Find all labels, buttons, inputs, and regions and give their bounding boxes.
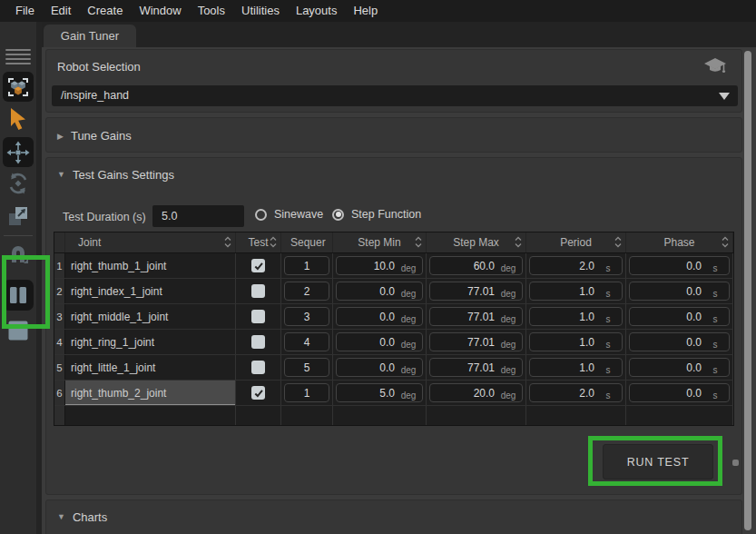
scale-tool-icon[interactable]: [0, 204, 36, 228]
step-min-field[interactable]: 0.0deg: [336, 358, 423, 377]
column-header-label: Joint: [78, 236, 101, 249]
step-max-field[interactable]: 20.0deg: [429, 383, 523, 402]
test-checkbox[interactable]: [251, 259, 265, 272]
menu-burger-icon[interactable]: [0, 49, 36, 64]
radio-sinewave[interactable]: Sinewave: [255, 208, 323, 221]
unit-label: deg: [495, 386, 522, 400]
tutorial-graduation-cap-icon[interactable]: [703, 56, 727, 80]
period-field[interactable]: 1.0s: [529, 332, 623, 351]
period-field[interactable]: 1.0s: [529, 307, 623, 326]
column-header-test[interactable]: Test: [236, 232, 281, 252]
column-header-step-min[interactable]: Step Min: [333, 232, 427, 252]
period-field[interactable]: 1.0s: [529, 358, 623, 377]
robot-dropdown-value: /inspire_hand: [61, 89, 129, 102]
unit-label: deg: [395, 310, 422, 324]
menu-item-file[interactable]: File: [7, 0, 43, 22]
pause-button-icon[interactable]: [0, 280, 36, 311]
step-min-field[interactable]: 0.0deg: [336, 282, 423, 301]
sort-arrows-icon: [224, 236, 231, 251]
column-header-step-max[interactable]: Step Max: [427, 232, 526, 252]
sequence-field[interactable]: 3: [284, 307, 329, 326]
menu-item-window[interactable]: Window: [131, 0, 189, 22]
column-header-label: Step Max: [453, 236, 499, 249]
step-min-field[interactable]: 5.0deg: [336, 383, 423, 402]
menu-item-edit[interactable]: Edit: [43, 0, 79, 22]
phase-field[interactable]: 0.0s: [629, 282, 730, 301]
sort-arrows-icon: [270, 236, 277, 251]
column-header-sequer[interactable]: Sequer: [281, 232, 333, 252]
unit-label: deg: [395, 259, 422, 273]
menu-item-create[interactable]: Create: [79, 0, 131, 22]
phase-field[interactable]: 0.0s: [629, 307, 730, 326]
test-checkbox[interactable]: [251, 284, 265, 298]
step-min-cell: 10.0deg: [333, 253, 427, 278]
joint-name-cell[interactable]: right_thumb_1_joint: [65, 253, 236, 278]
period-field[interactable]: 1.0s: [529, 282, 623, 301]
unit-label: deg: [495, 335, 522, 350]
table-empty-row: [54, 406, 733, 425]
charts-header[interactable]: ▼ Charts: [46, 500, 741, 533]
step-min-field[interactable]: 10.0deg: [336, 256, 423, 275]
test-checkbox[interactable]: [251, 361, 265, 374]
vertical-scrollbar[interactable]: [744, 51, 751, 530]
cursor-select-icon[interactable]: [0, 106, 36, 133]
test-gains-header[interactable]: ▼ Test Gains Settings: [46, 158, 741, 191]
column-header-period[interactable]: Period: [526, 232, 626, 252]
radio-step-function[interactable]: Step Function: [332, 208, 421, 221]
step-min-field[interactable]: 0.0deg: [336, 332, 423, 351]
joint-name-cell[interactable]: right_ring_1_joint: [65, 330, 236, 354]
step-max-field[interactable]: 77.01deg: [429, 358, 523, 377]
test-checkbox[interactable]: [251, 310, 265, 323]
tab-gain-tuner[interactable]: Gain Tuner: [44, 25, 136, 47]
phase-field[interactable]: 0.0s: [629, 383, 730, 402]
test-duration-input[interactable]: 5.0: [152, 205, 244, 227]
step-max-field[interactable]: 77.01deg: [429, 307, 523, 326]
move-tool-icon[interactable]: [0, 137, 36, 167]
step-min-value: 0.0: [337, 311, 395, 323]
joint-name-cell[interactable]: right_middle_1_joint: [65, 304, 236, 329]
joint-name-cell[interactable]: right_little_1_joint: [65, 355, 236, 380]
unit-label: s: [702, 310, 729, 324]
sequence-field[interactable]: 4: [284, 332, 329, 351]
robot-selection-section: Robot Selection /inspire_hand: [45, 49, 742, 113]
run-test-button[interactable]: RUN TEST: [603, 444, 713, 480]
joint-name-cell[interactable]: right_thumb_2_joint: [65, 381, 236, 405]
sequence-field[interactable]: 1: [284, 383, 329, 402]
step-max-field[interactable]: 60.0deg: [429, 256, 523, 275]
rotate-tool-icon[interactable]: [0, 171, 36, 196]
test-checkbox[interactable]: [251, 335, 265, 349]
period-field[interactable]: 2.0s: [529, 383, 623, 402]
phase-value: 0.0: [630, 361, 702, 374]
sequence-field[interactable]: 2: [284, 282, 329, 301]
select-prims-icon[interactable]: [0, 72, 36, 102]
phase-field[interactable]: 0.0s: [629, 332, 730, 351]
menu-item-tools[interactable]: Tools: [190, 0, 233, 22]
phase-field[interactable]: 0.0s: [629, 358, 730, 377]
radio-circle-selected-icon: [332, 209, 344, 221]
joint-name-cell[interactable]: right_index_1_joint: [65, 279, 236, 303]
tune-gains-header[interactable]: ▶ Tune Gains: [46, 118, 741, 153]
robot-dropdown[interactable]: /inspire_hand: [52, 85, 738, 106]
phase-value: 0.0: [630, 285, 702, 298]
step-min-field[interactable]: 0.0deg: [336, 307, 423, 326]
phase-value: 0.0: [630, 387, 702, 400]
row-number: 1: [54, 253, 65, 278]
test-checkbox[interactable]: [251, 386, 265, 400]
column-header-joint[interactable]: Joint: [65, 232, 236, 252]
period-field[interactable]: 2.0s: [529, 256, 623, 275]
table-row: 3right_middle_1_joint30.0deg77.01deg1.0s…: [54, 304, 733, 330]
menu-item-layouts[interactable]: Layouts: [288, 0, 346, 22]
menu-item-utilities[interactable]: Utilities: [233, 0, 288, 22]
step-max-field[interactable]: 77.01deg: [429, 332, 523, 351]
unit-label: s: [594, 361, 622, 375]
stop-button-icon[interactable]: [0, 320, 36, 341]
menu-item-help[interactable]: Help: [345, 0, 386, 22]
sequence-field[interactable]: 5: [284, 358, 329, 377]
snap-magnet-icon[interactable]: [0, 242, 36, 265]
phase-field[interactable]: 0.0s: [629, 256, 730, 275]
column-header-phase[interactable]: Phase: [626, 232, 733, 252]
step-max-field[interactable]: 77.01deg: [429, 282, 523, 301]
sequence-field[interactable]: 1: [284, 256, 329, 275]
unit-label: deg: [495, 284, 522, 299]
step-max-cell: 20.0deg: [427, 381, 526, 405]
